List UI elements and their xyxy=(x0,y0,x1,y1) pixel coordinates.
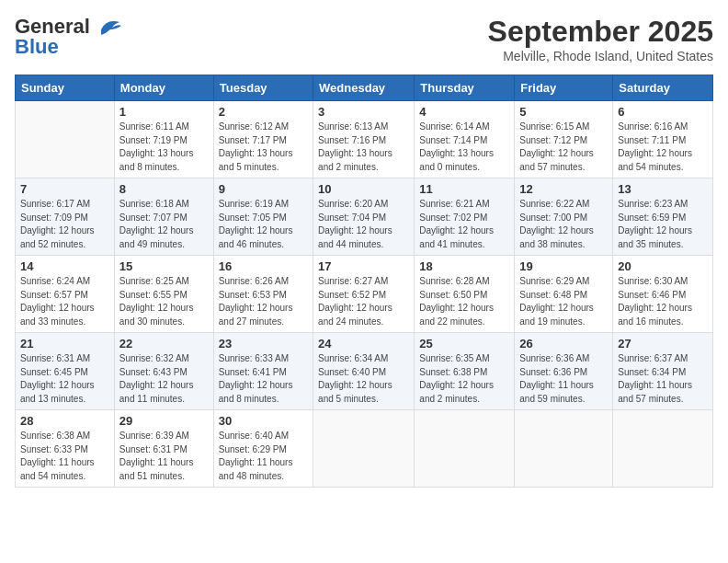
month-title: September 2025 xyxy=(488,15,713,49)
calendar-day-cell xyxy=(313,410,415,488)
calendar-day-cell: 26Sunrise: 6:36 AMSunset: 6:36 PMDayligh… xyxy=(515,333,613,410)
day-info: Sunrise: 6:26 AMSunset: 6:53 PMDaylight:… xyxy=(219,275,308,328)
calendar-body: 1Sunrise: 6:11 AMSunset: 7:19 PMDaylight… xyxy=(16,101,713,488)
calendar-day-cell xyxy=(415,410,515,488)
weekday-tuesday: Tuesday xyxy=(213,75,313,101)
calendar-day-cell: 7Sunrise: 6:17 AMSunset: 7:09 PMDaylight… xyxy=(16,178,115,256)
day-number: 20 xyxy=(618,259,708,273)
calendar-table: SundayMondayTuesdayWednesdayThursdayFrid… xyxy=(15,75,713,488)
weekday-sunday: Sunday xyxy=(16,75,115,101)
day-info: Sunrise: 6:27 AMSunset: 6:52 PMDaylight:… xyxy=(318,275,409,328)
calendar-day-cell: 9Sunrise: 6:19 AMSunset: 7:05 PMDaylight… xyxy=(213,178,313,256)
calendar-day-cell: 8Sunrise: 6:18 AMSunset: 7:07 PMDaylight… xyxy=(114,178,213,256)
calendar-day-cell: 5Sunrise: 6:15 AMSunset: 7:12 PMDaylight… xyxy=(515,101,613,178)
day-info: Sunrise: 6:19 AMSunset: 7:05 PMDaylight:… xyxy=(219,198,308,251)
calendar-day-cell: 23Sunrise: 6:33 AMSunset: 6:41 PMDayligh… xyxy=(213,333,313,410)
calendar-day-cell xyxy=(515,410,613,488)
weekday-header-row: SundayMondayTuesdayWednesdayThursdayFrid… xyxy=(16,75,713,101)
calendar-day-cell: 11Sunrise: 6:21 AMSunset: 7:02 PMDayligh… xyxy=(415,178,515,256)
weekday-saturday: Saturday xyxy=(613,75,713,101)
day-info: Sunrise: 6:37 AMSunset: 6:34 PMDaylight:… xyxy=(618,352,708,406)
location: Melville, Rhode Island, United States xyxy=(488,49,713,63)
logo: General Blue xyxy=(15,15,123,59)
day-number: 10 xyxy=(318,182,409,196)
calendar-day-cell: 1Sunrise: 6:11 AMSunset: 7:19 PMDaylight… xyxy=(114,101,213,178)
day-number: 30 xyxy=(219,414,308,428)
day-info: Sunrise: 6:12 AMSunset: 7:17 PMDaylight:… xyxy=(219,121,308,174)
day-info: Sunrise: 6:36 AMSunset: 6:36 PMDaylight:… xyxy=(519,352,608,406)
day-info: Sunrise: 6:32 AMSunset: 6:43 PMDaylight:… xyxy=(119,352,209,406)
day-number: 5 xyxy=(519,105,608,119)
day-number: 6 xyxy=(618,105,708,119)
day-number: 26 xyxy=(519,337,608,350)
calendar-day-cell: 4Sunrise: 6:14 AMSunset: 7:14 PMDaylight… xyxy=(415,101,515,178)
calendar-day-cell: 2Sunrise: 6:12 AMSunset: 7:17 PMDaylight… xyxy=(213,101,313,178)
day-number: 19 xyxy=(519,259,608,273)
day-info: Sunrise: 6:30 AMSunset: 6:46 PMDaylight:… xyxy=(618,275,708,328)
calendar-day-cell: 22Sunrise: 6:32 AMSunset: 6:43 PMDayligh… xyxy=(114,333,213,410)
calendar-day-cell: 15Sunrise: 6:25 AMSunset: 6:55 PMDayligh… xyxy=(114,256,213,333)
day-number: 27 xyxy=(618,337,708,350)
day-info: Sunrise: 6:31 AMSunset: 6:45 PMDaylight:… xyxy=(20,352,109,406)
calendar-header: SundayMondayTuesdayWednesdayThursdayFrid… xyxy=(16,75,713,101)
day-info: Sunrise: 6:29 AMSunset: 6:48 PMDaylight:… xyxy=(519,275,608,328)
day-info: Sunrise: 6:21 AMSunset: 7:02 PMDaylight:… xyxy=(419,198,509,251)
calendar-week-row: 21Sunrise: 6:31 AMSunset: 6:45 PMDayligh… xyxy=(16,333,713,410)
day-number: 25 xyxy=(419,337,509,350)
logo-blue-text: Blue xyxy=(15,35,59,59)
day-info: Sunrise: 6:22 AMSunset: 7:00 PMDaylight:… xyxy=(519,198,608,251)
day-info: Sunrise: 6:34 AMSunset: 6:40 PMDaylight:… xyxy=(318,352,409,406)
day-number: 3 xyxy=(318,105,409,119)
calendar-day-cell: 27Sunrise: 6:37 AMSunset: 6:34 PMDayligh… xyxy=(613,333,713,410)
logo-bird-icon xyxy=(94,17,123,37)
day-info: Sunrise: 6:14 AMSunset: 7:14 PMDaylight:… xyxy=(419,121,509,174)
day-number: 13 xyxy=(618,182,708,196)
calendar-day-cell: 20Sunrise: 6:30 AMSunset: 6:46 PMDayligh… xyxy=(613,256,713,333)
day-info: Sunrise: 6:23 AMSunset: 6:59 PMDaylight:… xyxy=(618,198,708,251)
day-number: 15 xyxy=(119,259,209,273)
day-info: Sunrise: 6:28 AMSunset: 6:50 PMDaylight:… xyxy=(419,275,509,328)
day-number: 28 xyxy=(20,414,109,428)
calendar-week-row: 14Sunrise: 6:24 AMSunset: 6:57 PMDayligh… xyxy=(16,256,713,333)
calendar-week-row: 1Sunrise: 6:11 AMSunset: 7:19 PMDaylight… xyxy=(16,101,713,178)
calendar-week-row: 7Sunrise: 6:17 AMSunset: 7:09 PMDaylight… xyxy=(16,178,713,256)
calendar-day-cell: 17Sunrise: 6:27 AMSunset: 6:52 PMDayligh… xyxy=(313,256,415,333)
day-info: Sunrise: 6:25 AMSunset: 6:55 PMDaylight:… xyxy=(119,275,209,328)
day-info: Sunrise: 6:38 AMSunset: 6:33 PMDaylight:… xyxy=(20,430,109,483)
calendar-day-cell xyxy=(16,101,115,178)
calendar-day-cell: 28Sunrise: 6:38 AMSunset: 6:33 PMDayligh… xyxy=(16,410,115,488)
weekday-monday: Monday xyxy=(114,75,213,101)
day-info: Sunrise: 6:18 AMSunset: 7:07 PMDaylight:… xyxy=(119,198,209,251)
day-info: Sunrise: 6:16 AMSunset: 7:11 PMDaylight:… xyxy=(618,121,708,174)
calendar-day-cell: 16Sunrise: 6:26 AMSunset: 6:53 PMDayligh… xyxy=(213,256,313,333)
day-number: 16 xyxy=(219,259,308,273)
day-info: Sunrise: 6:17 AMSunset: 7:09 PMDaylight:… xyxy=(20,198,109,251)
day-number: 23 xyxy=(219,337,308,350)
day-info: Sunrise: 6:40 AMSunset: 6:29 PMDaylight:… xyxy=(219,430,308,483)
day-number: 8 xyxy=(119,182,209,196)
weekday-friday: Friday xyxy=(515,75,613,101)
day-info: Sunrise: 6:24 AMSunset: 6:57 PMDaylight:… xyxy=(20,275,109,328)
calendar-day-cell: 12Sunrise: 6:22 AMSunset: 7:00 PMDayligh… xyxy=(515,178,613,256)
calendar-day-cell: 19Sunrise: 6:29 AMSunset: 6:48 PMDayligh… xyxy=(515,256,613,333)
day-number: 14 xyxy=(20,259,109,273)
day-info: Sunrise: 6:15 AMSunset: 7:12 PMDaylight:… xyxy=(519,121,608,174)
day-number: 18 xyxy=(419,259,509,273)
day-number: 17 xyxy=(318,259,409,273)
day-info: Sunrise: 6:39 AMSunset: 6:31 PMDaylight:… xyxy=(119,430,209,483)
calendar-day-cell: 25Sunrise: 6:35 AMSunset: 6:38 PMDayligh… xyxy=(415,333,515,410)
calendar-day-cell: 14Sunrise: 6:24 AMSunset: 6:57 PMDayligh… xyxy=(16,256,115,333)
weekday-thursday: Thursday xyxy=(415,75,515,101)
calendar-day-cell: 24Sunrise: 6:34 AMSunset: 6:40 PMDayligh… xyxy=(313,333,415,410)
day-number: 9 xyxy=(219,182,308,196)
day-number: 2 xyxy=(219,105,308,119)
calendar-day-cell: 6Sunrise: 6:16 AMSunset: 7:11 PMDaylight… xyxy=(613,101,713,178)
day-number: 12 xyxy=(519,182,608,196)
title-block: September 2025 Melville, Rhode Island, U… xyxy=(488,15,713,63)
calendar-day-cell: 3Sunrise: 6:13 AMSunset: 7:16 PMDaylight… xyxy=(313,101,415,178)
day-info: Sunrise: 6:35 AMSunset: 6:38 PMDaylight:… xyxy=(419,352,509,406)
day-number: 1 xyxy=(119,105,209,119)
page-header: General Blue September 2025 Melville, Rh… xyxy=(15,15,713,63)
day-info: Sunrise: 6:33 AMSunset: 6:41 PMDaylight:… xyxy=(219,352,308,406)
day-info: Sunrise: 6:20 AMSunset: 7:04 PMDaylight:… xyxy=(318,198,409,251)
